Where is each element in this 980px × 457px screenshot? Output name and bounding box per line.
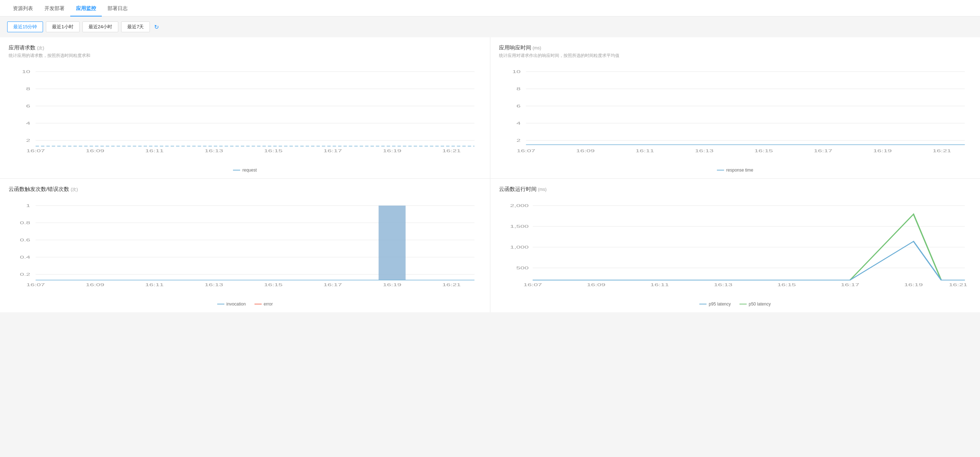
filter-7day[interactable]: 最近7天 [121,22,150,32]
charts-grid: 应用请求数 (次) 统计应用的请求数，按照所选时间粒度求和 10 8 6 4 2… [0,37,980,312]
legend-request-label: request [242,168,257,173]
svg-text:16:09: 16:09 [86,282,104,287]
legend-invocation-label: invocation [226,301,246,306]
svg-text:16:19: 16:19 [383,149,401,153]
refresh-icon[interactable]: ↻ [154,24,159,30]
legend-p95-line [699,304,706,305]
legend-p95: p95 latency [699,301,730,306]
legend-p50: p50 latency [740,301,771,306]
chart-response-time-legend: response time [499,168,972,173]
svg-text:8: 8 [26,87,30,91]
chart-request-count-subtitle: 统计应用的请求数，按照所选时间粒度求和 [9,52,481,59]
svg-text:16:11: 16:11 [145,149,164,153]
chart-response-time-subtitle: 统计应用对请求作出的响应时间，按照所选的时间粒度求平均值 [499,52,972,59]
chart-run-time: 云函数运行时间 (ms) 2,000 1,500 1,000 500 16:07… [490,179,980,312]
legend-request: request [233,168,257,173]
legend-response-time-line [717,170,724,170]
legend-response-time: response time [717,168,753,173]
nav-app-monitor[interactable]: 应用监控 [70,0,102,16]
svg-text:16:09: 16:09 [576,149,595,153]
svg-text:16:21: 16:21 [442,282,461,287]
svg-text:10: 10 [512,70,520,74]
svg-text:16:17: 16:17 [323,282,342,287]
svg-text:16:07: 16:07 [523,282,542,287]
legend-p50-line [740,304,747,305]
svg-text:0.8: 0.8 [20,221,30,225]
chart-invocation-error-title: 云函数触发次数/错误次数 (次) [9,186,481,193]
svg-text:16:17: 16:17 [323,149,342,153]
chart-invocation-error-legend: invocation error [9,301,481,306]
chart-invocation-error: 云函数触发次数/错误次数 (次) 1 0.8 0.6 0.4 0.2 16:07… [0,179,490,312]
chart-request-count-title: 应用请求数 (次) [9,44,481,51]
chart-request-count: 应用请求数 (次) 统计应用的请求数，按照所选时间粒度求和 10 8 6 4 2… [0,37,490,178]
top-nav: 资源列表 开发部署 应用监控 部署日志 [0,0,980,16]
legend-invocation-line [217,304,224,305]
svg-text:10: 10 [22,70,30,74]
svg-text:500: 500 [516,266,529,270]
nav-deploy-log[interactable]: 部署日志 [102,0,134,16]
legend-response-time-label: response time [726,168,753,173]
filter-24hour[interactable]: 最近24小时 [83,22,118,32]
svg-text:0.2: 0.2 [20,272,30,277]
svg-text:6: 6 [516,104,520,108]
svg-text:4: 4 [516,121,520,126]
svg-text:16:19: 16:19 [904,282,923,287]
svg-text:16:13: 16:13 [205,149,223,153]
svg-text:1,000: 1,000 [510,245,529,250]
svg-text:16:11: 16:11 [650,282,669,287]
svg-text:16:15: 16:15 [754,149,773,153]
svg-text:16:13: 16:13 [695,149,713,153]
svg-text:1,500: 1,500 [510,224,529,229]
svg-text:6: 6 [26,104,30,108]
legend-p50-label: p50 latency [749,301,771,306]
filter-1hour[interactable]: 最近1小时 [46,22,79,32]
chart-response-time: 应用响应时间 (ms) 统计应用对请求作出的响应时间，按照所选的时间粒度求平均值… [490,37,980,178]
filter-bar: 最近15分钟 最近1小时 最近24小时 最近7天 ↻ [0,16,980,37]
legend-error: error [255,301,273,306]
svg-text:16:17: 16:17 [840,282,859,287]
svg-text:16:15: 16:15 [777,282,796,287]
legend-request-line [233,170,240,170]
legend-error-line [255,304,262,305]
svg-text:2: 2 [26,138,30,143]
legend-p95-label: p95 latency [709,301,730,306]
chart-run-time-area: 2,000 1,500 1,000 500 16:07 16:09 16:11 … [499,198,972,299]
svg-text:16:19: 16:19 [873,149,891,153]
chart-invocation-error-area: 1 0.8 0.6 0.4 0.2 16:07 16:09 16:11 16:1… [9,198,481,299]
svg-text:1: 1 [26,203,30,208]
svg-text:16:07: 16:07 [26,282,45,287]
svg-text:16:09: 16:09 [587,282,605,287]
chart-request-count-legend: request [9,168,481,173]
svg-text:16:07: 16:07 [26,149,45,153]
chart-run-time-legend: p95 latency p50 latency [499,301,972,306]
legend-invocation: invocation [217,301,246,306]
chart-response-time-area: 10 8 6 4 2 16:07 16:09 16:11 16:13 16:15… [499,65,972,165]
nav-resource-list[interactable]: 资源列表 [7,0,39,16]
svg-text:16:11: 16:11 [635,149,654,153]
legend-error-label: error [264,301,273,306]
svg-text:16:21: 16:21 [948,282,967,287]
svg-text:16:17: 16:17 [814,149,832,153]
svg-text:16:09: 16:09 [86,149,104,153]
svg-text:4: 4 [26,121,30,126]
svg-text:16:13: 16:13 [205,282,223,287]
svg-text:16:15: 16:15 [264,282,282,287]
svg-text:0.6: 0.6 [20,238,30,243]
nav-dev-deploy[interactable]: 开发部署 [39,0,70,16]
chart-response-time-title: 应用响应时间 (ms) [499,44,972,51]
chart-request-count-area: 10 8 6 4 2 16:07 16:09 16:11 16:13 16:15… [9,65,481,165]
svg-text:0.4: 0.4 [20,255,30,260]
svg-text:16:21: 16:21 [442,149,461,153]
svg-text:16:07: 16:07 [517,149,535,153]
svg-text:16:15: 16:15 [264,149,282,153]
svg-text:8: 8 [516,87,520,91]
svg-text:16:21: 16:21 [932,149,951,153]
svg-text:2: 2 [516,138,520,143]
svg-rect-56 [379,206,406,280]
svg-text:16:11: 16:11 [145,282,164,287]
filter-15min[interactable]: 最近15分钟 [7,22,43,32]
chart-run-time-title: 云函数运行时间 (ms) [499,186,972,193]
svg-text:16:13: 16:13 [714,282,732,287]
svg-text:16:19: 16:19 [383,282,401,287]
svg-text:2,000: 2,000 [510,203,529,208]
